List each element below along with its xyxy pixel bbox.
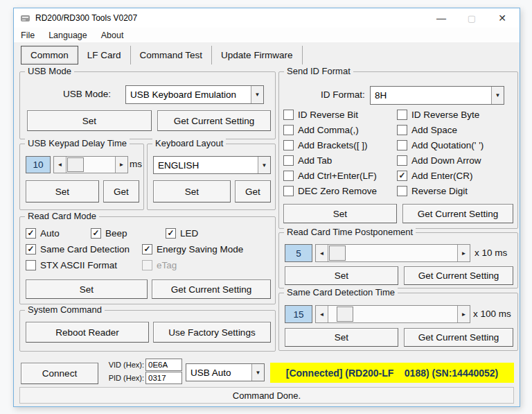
keyboard-layout-select[interactable]: ENGLISH ▼ <box>153 156 271 174</box>
status-bar: Command Done. <box>19 387 514 404</box>
checkbox-auto[interactable]: ✓ Auto <box>26 228 60 239</box>
checkbox-box <box>283 140 294 150</box>
scroll-track[interactable] <box>328 245 457 261</box>
factory-settings-button[interactable]: Use Factory Settings <box>153 322 271 343</box>
checkbox-add-down-arrow[interactable]: Add Down Arrow <box>397 155 481 166</box>
delay-get-button[interactable]: Get <box>103 180 139 202</box>
scroll-left-icon[interactable]: ◄ <box>316 245 328 261</box>
checkbox-reverse-digit[interactable]: Reverse Digit <box>397 186 468 196</box>
checkbox-label: DEC Zero Remove <box>298 186 377 196</box>
checkbox-box <box>283 110 294 120</box>
vid-field[interactable]: 0E6A <box>145 359 182 371</box>
connect-button[interactable]: Connect <box>21 363 98 384</box>
same-card-value-field[interactable]: 15 <box>285 305 312 323</box>
scroll-right-icon[interactable]: ► <box>457 306 470 322</box>
checkbox-box <box>283 171 294 181</box>
usb-mode-get-button[interactable]: Get Current Setting <box>157 110 271 131</box>
tab-update-firmware[interactable]: Update Firmware <box>212 46 303 64</box>
same-card-get-button[interactable]: Get Current Setting <box>404 328 513 347</box>
layout-set-button[interactable]: Set <box>153 180 231 202</box>
app-icon <box>20 14 30 23</box>
checkbox-add-comma[interactable]: Add Comma(,) <box>283 125 359 135</box>
unit-label: ms <box>130 159 142 169</box>
checkbox-id-reverse-byte[interactable]: ID Reverse Byte <box>397 110 479 120</box>
postpone-value-field[interactable]: 5 <box>285 244 312 262</box>
checkmark-icon: ✓ <box>27 245 34 253</box>
delay-value-field[interactable]: 10 <box>26 156 51 173</box>
checkbox-label: Add Space <box>411 125 457 135</box>
checkbox-led[interactable]: ✓ LED <box>166 228 198 239</box>
scroll-thumb[interactable] <box>67 157 84 172</box>
checkbox-energy-saving-mode[interactable]: ✓ Energy Saving Mode <box>142 244 243 255</box>
usb-mode-select[interactable]: USB Keyboard Emulation ▼ <box>125 85 264 104</box>
postpone-set-button[interactable]: Set <box>285 266 398 285</box>
checkbox-label: Add Ctrl+Enter(LF) <box>298 171 377 181</box>
same-card-scrollbar[interactable]: ◄ ► <box>315 305 470 323</box>
minimize-button[interactable]: — <box>429 8 453 28</box>
scroll-track[interactable] <box>66 157 115 173</box>
checkbox-dec-zero-remove[interactable]: DEC Zero Remove <box>283 186 377 196</box>
checkbox-label: Add Comma(,) <box>298 125 359 135</box>
checkbox-box: ✓ <box>166 228 176 239</box>
selected-value: USB Keyboard Emulation <box>126 89 236 100</box>
group-title: Read Card Time Postponement <box>284 227 416 237</box>
checkbox-add-ctrl-enter[interactable]: Add Ctrl+Enter(LF) <box>283 171 377 181</box>
close-icon[interactable]: ✕ <box>490 8 514 28</box>
tab-strip: Common LF Card Command Test Update Firmw… <box>21 46 303 64</box>
postpone-scrollbar[interactable]: ◄ ► <box>315 244 470 262</box>
postpone-get-button[interactable]: Get Current Setting <box>404 266 513 285</box>
menu-language[interactable]: Language <box>48 31 87 40</box>
checkbox-label: Energy Saving Mode <box>157 244 243 255</box>
selected-value: 8H <box>371 90 387 101</box>
pid-field[interactable]: 0317 <box>145 372 182 384</box>
checkbox-add-tab[interactable]: Add Tab <box>283 155 332 166</box>
checkbox-label: Beep <box>105 228 127 239</box>
send-id-get-button[interactable]: Get Current Setting <box>402 204 513 223</box>
checkbox-label: Add Tab <box>298 155 332 166</box>
chevron-down-icon[interactable]: ▼ <box>491 87 504 104</box>
usb-connection-select[interactable]: USB Auto ▼ <box>186 363 265 381</box>
checkbox-stx-ascii-format[interactable]: STX ASCII Format <box>26 260 117 270</box>
menu-about[interactable]: About <box>101 31 124 40</box>
tab-command-test[interactable]: Command Test <box>131 46 213 64</box>
layout-get-button[interactable]: Get <box>235 180 271 202</box>
group-title: USB Keypad Delay Time <box>25 138 130 148</box>
same-card-set-button[interactable]: Set <box>285 328 398 347</box>
checkbox-add-quotation[interactable]: Add Quotation(' ') <box>397 140 484 150</box>
app-window: RD200/RD300 Tools V0207 — ▢ ✕ File Langu… <box>13 8 520 407</box>
scroll-left-icon[interactable]: ◄ <box>54 157 66 173</box>
checkmark-icon: ✓ <box>398 171 405 180</box>
delay-scrollbar[interactable]: ◄ ► <box>53 156 128 173</box>
scroll-track[interactable] <box>328 306 457 322</box>
checkbox-label: Add Brackets([ ]) <box>298 140 368 150</box>
usb-mode-label: USB Mode: <box>63 89 111 99</box>
scroll-right-icon[interactable]: ► <box>457 245 470 261</box>
scroll-right-icon[interactable]: ► <box>115 157 127 173</box>
scroll-left-icon[interactable]: ◄ <box>316 306 328 322</box>
read-mode-set-button[interactable]: Set <box>26 279 148 299</box>
checkbox-box: ✓ <box>142 244 152 255</box>
reboot-reader-button[interactable]: Reboot Reader <box>26 322 149 343</box>
checkbox-add-space[interactable]: Add Space <box>397 125 457 135</box>
checkbox-add-brackets[interactable]: Add Brackets([ ]) <box>283 140 368 150</box>
checkbox-beep[interactable]: ✓ Beep <box>91 228 127 239</box>
scroll-thumb[interactable] <box>329 245 346 261</box>
menu-file[interactable]: File <box>21 31 35 40</box>
checkbox-label: STX ASCII Format <box>40 260 117 270</box>
read-mode-get-button[interactable]: Get Current Setting <box>152 279 271 299</box>
connection-status-banner: [Connected] (RD200-LF 0188) (SN:14440052… <box>270 363 514 383</box>
tab-lf-card[interactable]: LF Card <box>78 46 131 64</box>
chevron-down-icon[interactable]: ▼ <box>258 157 270 173</box>
checkbox-add-enter-cr[interactable]: ✓ Add Enter(CR) <box>397 171 473 181</box>
scroll-thumb[interactable] <box>337 307 353 322</box>
send-id-set-button[interactable]: Set <box>283 204 397 223</box>
chevron-down-icon[interactable]: ▼ <box>251 86 263 103</box>
id-format-select[interactable]: 8H ▼ <box>370 86 504 105</box>
delay-set-button[interactable]: Set <box>26 180 99 202</box>
usb-mode-set-button[interactable]: Set <box>27 110 152 131</box>
group-title: Send ID Format <box>284 66 353 76</box>
chevron-down-icon[interactable]: ▼ <box>251 364 264 381</box>
checkbox-id-reverse-bit[interactable]: ID Reverse Bit <box>283 110 358 120</box>
checkbox-same-card-detection[interactable]: ✓ Same Card Detection <box>26 244 130 255</box>
tab-common[interactable]: Common <box>21 46 78 64</box>
